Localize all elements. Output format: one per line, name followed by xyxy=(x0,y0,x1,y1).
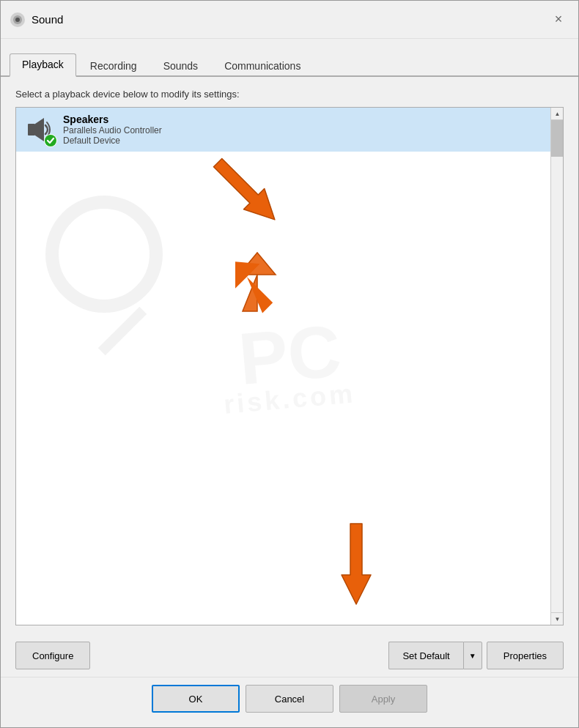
scroll-up-arrow[interactable]: ▲ xyxy=(551,108,564,120)
device-list: PC risk.com xyxy=(15,107,564,625)
configure-button[interactable]: Configure xyxy=(15,642,90,669)
set-default-button[interactable]: Set Default xyxy=(388,642,462,669)
scrollbar[interactable]: ▲ ▼ xyxy=(550,108,563,625)
svg-point-2 xyxy=(15,18,20,22)
close-button[interactable]: × xyxy=(547,9,569,31)
sound-icon xyxy=(10,12,26,28)
tab-sounds[interactable]: Sounds xyxy=(151,55,210,77)
tab-recording[interactable]: Recording xyxy=(78,55,150,77)
tab-playback[interactable]: Playback xyxy=(10,53,76,77)
svg-point-5 xyxy=(45,135,56,146)
cancel-button[interactable]: Cancel xyxy=(246,685,333,713)
device-info: Speakers Parallels Audio Controller Defa… xyxy=(63,114,556,146)
action-buttons: Configure Set Default ▼ Properties xyxy=(1,634,578,677)
tabs-bar: Playback Recording Sounds Communications xyxy=(1,39,578,77)
ok-button[interactable]: OK xyxy=(152,685,240,713)
sound-dialog: Sound × Playback Recording Sounds Commun… xyxy=(0,0,579,728)
set-default-button-group: Set Default ▼ xyxy=(388,642,482,669)
scroll-track xyxy=(551,120,563,612)
scroll-thumb[interactable] xyxy=(551,120,563,157)
device-status: Default Device xyxy=(63,135,556,146)
default-check-icon xyxy=(44,134,57,147)
watermark: PC risk.com xyxy=(16,108,563,625)
properties-button[interactable]: Properties xyxy=(487,642,564,669)
device-icon-wrap xyxy=(23,114,56,146)
instruction-text: Select a playback device below to modify… xyxy=(15,89,564,100)
scroll-down-arrow[interactable]: ▼ xyxy=(551,612,564,625)
set-default-dropdown[interactable]: ▼ xyxy=(463,642,482,669)
device-name: Speakers xyxy=(63,114,556,125)
svg-marker-4 xyxy=(35,118,44,141)
tab-communications[interactable]: Communications xyxy=(212,55,313,77)
device-item-speakers[interactable]: Speakers Parallels Audio Controller Defa… xyxy=(16,108,563,152)
dialog-title: Sound xyxy=(32,13,547,26)
device-controller: Parallels Audio Controller xyxy=(63,125,556,135)
svg-rect-3 xyxy=(28,124,35,135)
footer-buttons: OK Cancel Apply xyxy=(1,677,578,727)
content-area: Select a playback device below to modify… xyxy=(1,77,578,634)
apply-button[interactable]: Apply xyxy=(339,685,427,713)
title-bar: Sound × xyxy=(1,1,578,39)
